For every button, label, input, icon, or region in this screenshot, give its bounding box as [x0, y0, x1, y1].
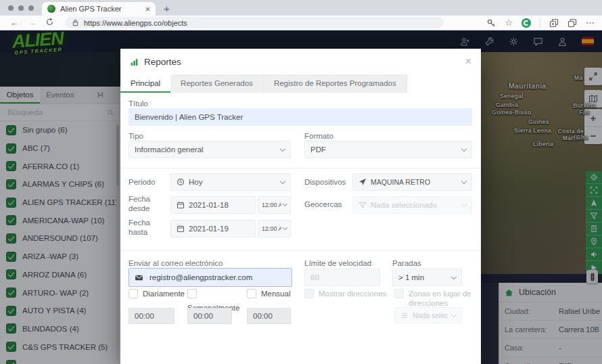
calendar-icon: [177, 201, 185, 209]
extension-icon[interactable]: [522, 18, 531, 28]
tipo-label: Tipo: [129, 131, 143, 141]
tab-title: Alien GPS Tracker: [60, 5, 140, 13]
lock-icon: [72, 19, 79, 26]
browser-chrome: Alien GPS Tracker × + ← → https://www.al…: [0, 0, 602, 30]
fecha-desde-time[interactable]: 12:00 AM: [258, 196, 291, 214]
fecha-hasta-date[interactable]: 2021-01-19: [170, 220, 256, 237]
chevron-down-icon: [461, 201, 467, 206]
geocercas-label: Geocercas: [304, 200, 342, 209]
tipo-select[interactable]: Información general: [129, 141, 291, 158]
tab-principal[interactable]: Principal: [120, 74, 170, 93]
chevron-down-icon: [280, 178, 285, 183]
calendar-icon: [177, 225, 185, 233]
chevron-down-icon: [451, 311, 457, 317]
dispositivos-select[interactable]: MAQUINA RETRO: [352, 173, 472, 191]
toolbar-divider: [540, 18, 540, 28]
fecha-hasta-label: Fecha hasta: [129, 218, 164, 237]
checkbox-icon[interactable]: [394, 289, 404, 298]
fecha-desde-date[interactable]: 2021-01-18: [170, 196, 256, 214]
url-text: https://www.aliengps.co/objects: [84, 19, 187, 27]
mensual-checkbox[interactable]: Mensual: [247, 289, 290, 298]
tab-reportes-generados[interactable]: Reportes Generados: [170, 74, 264, 93]
titulo-input[interactable]: [129, 108, 472, 126]
fecha-hasta-time[interactable]: 12:00 AM: [258, 220, 291, 237]
zonas-select[interactable]: Nada seleccionad: [394, 307, 462, 323]
diariamente-time-input[interactable]: [129, 308, 175, 324]
back-button[interactable]: ←: [7, 18, 22, 28]
tab-close-icon[interactable]: ×: [145, 5, 150, 14]
reports-modal: Reportes × Principal Reportes Generados …: [120, 49, 481, 364]
filter-funnel-icon: [358, 201, 367, 209]
formato-label: Formato: [304, 131, 333, 141]
tab-registro-programados[interactable]: Registro de Reportes Programados: [264, 74, 407, 93]
envelope-icon: [135, 273, 143, 282]
divider: [120, 250, 481, 251]
titulo-label: Título: [129, 99, 148, 108]
favicon-icon: [47, 5, 55, 13]
email-label: Enviar al correo electrónico: [129, 258, 223, 268]
screen: Alien GPS Tracker × + ← → https://www.al…: [0, 0, 602, 364]
key-icon[interactable]: [486, 18, 496, 28]
new-tab-button[interactable]: +: [164, 3, 170, 14]
modal-title: Reportes: [144, 57, 181, 67]
browser-toolbar: ← → https://www.aliengps.co/objects ☆ ⋯: [0, 16, 602, 30]
tab-strip: Alien GPS Tracker × +: [0, 0, 602, 16]
list-icon: [400, 311, 409, 319]
email-input[interactable]: [148, 273, 286, 282]
periodo-label: Periodo: [129, 177, 156, 187]
paradas-select[interactable]: > 1 min: [392, 269, 462, 286]
paradas-label: Paradas: [392, 258, 421, 268]
address-bar[interactable]: https://www.aliengps.co/objects: [65, 17, 444, 28]
bar-chart-icon: [130, 58, 139, 66]
chevron-down-icon: [280, 145, 285, 151]
limite-input[interactable]: [304, 269, 380, 286]
chevron-down-icon: [461, 178, 467, 183]
navigation-cursor-icon: [358, 178, 367, 186]
checkbox-icon[interactable]: [304, 289, 314, 298]
mensual-time-input[interactable]: [247, 308, 291, 324]
collections-icon[interactable]: [549, 18, 559, 28]
modal-tabs: Principal Reportes Generados Registro de…: [120, 74, 407, 93]
chevron-down-icon: [461, 145, 467, 151]
chevron-down-icon: [283, 225, 287, 230]
toolbar-icons: ☆ ⋯: [486, 18, 595, 28]
email-field[interactable]: [129, 268, 292, 287]
periodo-select[interactable]: Hoy: [170, 173, 291, 191]
clock-icon: [177, 178, 185, 186]
window-controls[interactable]: [8, 5, 34, 11]
dispositivos-label: Dispositivos: [304, 177, 346, 187]
limite-label: Límite de velocidad: [304, 258, 371, 268]
checkbox-icon[interactable]: [187, 289, 197, 298]
geocercas-select[interactable]: Nada seleccionado: [352, 196, 472, 214]
browser-tab[interactable]: Alien GPS Tracker ×: [42, 2, 156, 16]
checkbox-icon[interactable]: [247, 289, 256, 298]
tabs-layout-icon[interactable]: [568, 18, 577, 28]
close-icon[interactable]: ×: [465, 56, 471, 67]
reload-button[interactable]: [42, 18, 57, 28]
fecha-desde-label: Fecha desde: [129, 194, 164, 214]
chevron-down-icon: [283, 202, 287, 206]
semanalmente-time-input[interactable]: [187, 308, 232, 324]
app-viewport: Mauritania Ma Senegal Gambia Guinea-Bisá…: [0, 30, 602, 364]
formato-select[interactable]: PDF: [304, 141, 472, 158]
diariamente-checkbox[interactable]: Diariamente: [129, 289, 185, 298]
checkbox-icon[interactable]: [129, 289, 138, 298]
favorites-star-icon[interactable]: ☆: [505, 18, 513, 27]
zonas-checkbox[interactable]: Zonas en lugar de direcciones: [394, 289, 472, 309]
divider: [120, 168, 481, 168]
modal-header: Reportes ×: [120, 49, 481, 74]
browser-menu-icon[interactable]: ⋯: [586, 18, 595, 28]
mostrar-direcciones-checkbox[interactable]: Mostrar direcciones: [304, 289, 386, 298]
chevron-down-icon: [451, 273, 457, 279]
modal-body: Título Tipo Información general Formato …: [120, 93, 481, 364]
forward-button[interactable]: →: [24, 18, 39, 28]
